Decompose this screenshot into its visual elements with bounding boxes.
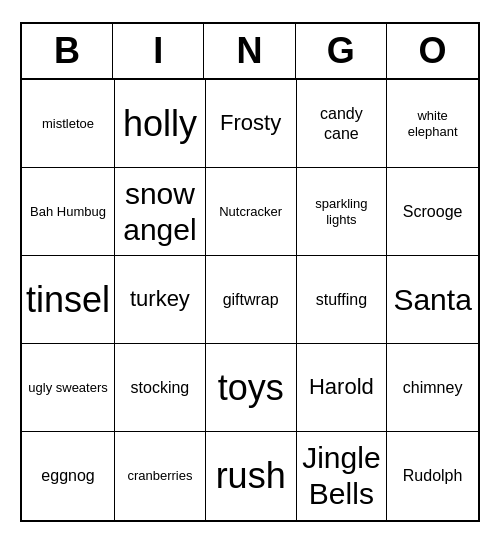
bingo-cell[interactable]: giftwrap: [206, 256, 297, 344]
bingo-header-letter: G: [296, 24, 387, 78]
bingo-cell[interactable]: Santa: [387, 256, 478, 344]
bingo-grid: mistletoehollyFrostycandy canewhite elep…: [22, 80, 478, 520]
bingo-cell[interactable]: Nutcracker: [206, 168, 297, 256]
bingo-cell[interactable]: Bah Humbug: [22, 168, 115, 256]
bingo-cell[interactable]: rush: [206, 432, 297, 520]
bingo-header: BINGO: [22, 24, 478, 80]
bingo-card: BINGO mistletoehollyFrostycandy canewhit…: [20, 22, 480, 522]
bingo-cell[interactable]: stocking: [115, 344, 206, 432]
bingo-cell[interactable]: eggnog: [22, 432, 115, 520]
bingo-header-letter: O: [387, 24, 478, 78]
bingo-cell[interactable]: Harold: [297, 344, 388, 432]
bingo-header-letter: I: [113, 24, 204, 78]
bingo-header-letter: N: [204, 24, 295, 78]
bingo-cell[interactable]: ugly sweaters: [22, 344, 115, 432]
bingo-cell[interactable]: mistletoe: [22, 80, 115, 168]
bingo-cell[interactable]: sparkling lights: [297, 168, 388, 256]
bingo-cell[interactable]: Jingle Bells: [297, 432, 388, 520]
bingo-cell[interactable]: chimney: [387, 344, 478, 432]
bingo-cell[interactable]: Rudolph: [387, 432, 478, 520]
bingo-cell[interactable]: white elephant: [387, 80, 478, 168]
bingo-cell[interactable]: tinsel: [22, 256, 115, 344]
bingo-cell[interactable]: turkey: [115, 256, 206, 344]
bingo-cell[interactable]: cranberries: [115, 432, 206, 520]
bingo-cell[interactable]: Frosty: [206, 80, 297, 168]
bingo-header-letter: B: [22, 24, 113, 78]
bingo-cell[interactable]: Scrooge: [387, 168, 478, 256]
bingo-cell[interactable]: candy cane: [297, 80, 388, 168]
bingo-cell[interactable]: toys: [206, 344, 297, 432]
bingo-cell[interactable]: snow angel: [115, 168, 206, 256]
bingo-cell[interactable]: stuffing: [297, 256, 388, 344]
bingo-cell[interactable]: holly: [115, 80, 206, 168]
